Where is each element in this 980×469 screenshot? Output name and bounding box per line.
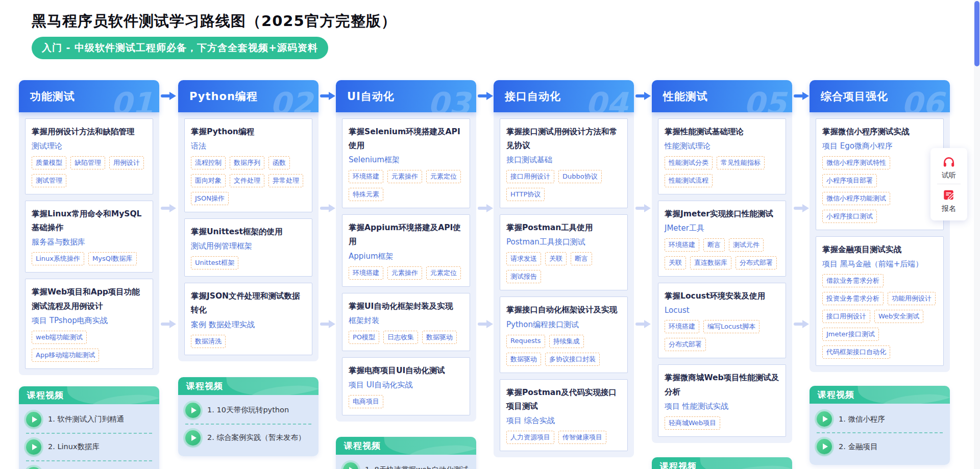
- skill-tag: 传智健康项目: [558, 431, 606, 444]
- headphones-icon: [942, 155, 955, 168]
- flow-arrow-icon: [635, 92, 652, 100]
- video-item[interactable]: 3. MySQL数据库深入浅出: [26, 460, 152, 469]
- flow-arrow-light-icon: [635, 204, 652, 212]
- card-subtitle: 性能测试理论: [665, 141, 779, 151]
- scrollbar-thumb[interactable]: [974, 1, 979, 66]
- skill-tag: 环境搭建: [349, 170, 383, 183]
- video-item[interactable]: 2. 金融项目: [817, 432, 943, 460]
- flow-arrow-light-icon: [161, 320, 177, 328]
- skill-tag: 数据清洗: [191, 335, 226, 348]
- skill-tag: 分布式部署: [665, 338, 706, 351]
- skill-tag: 数据驱动: [422, 331, 457, 344]
- skill-tag: App移动端功能测试: [32, 349, 99, 362]
- skill-tag: 微信小程序功能测试: [822, 192, 890, 205]
- roadmap-card: 掌握Locust环境安装及使用Locust环境搭建编写Locust脚本分布式部署: [658, 283, 786, 358]
- skill-tag: 测试管理: [32, 174, 66, 187]
- skill-tag: 代码框架接口自动化: [822, 345, 890, 359]
- video-item[interactable]: 1. 10天带你玩转python: [185, 397, 311, 424]
- skill-tag: 元素定位: [426, 266, 461, 280]
- page-title: 黑马程序员软件测试学习路线图（2025官方完整版）: [32, 11, 397, 32]
- column-number: 03: [428, 86, 471, 112]
- flow-arrow-light-icon: [161, 204, 177, 212]
- roadmap-page: 黑马程序员软件测试学习路线图（2025官方完整版） 入门 - 中级软件测试工程师…: [0, 0, 980, 469]
- flow-arrow-light-icon: [478, 204, 494, 212]
- card-subtitle: Appium框架: [349, 252, 463, 261]
- skill-tag: 借款业务需求分析: [822, 274, 884, 287]
- column-number: 02: [270, 86, 313, 112]
- skill-tag: Requests: [506, 335, 545, 348]
- skill-tag: 接口用例设计: [822, 310, 870, 323]
- trial-listen-button[interactable]: 试听: [942, 155, 956, 180]
- float-action-panel: 试听 报名: [930, 148, 967, 220]
- skill-tag: 特殊元素: [349, 188, 383, 201]
- video-panel-title: 课程视频: [186, 380, 223, 392]
- video-list: 1. 8天快速掌握web自动化测试2. 0基础入门移动自动化Appium框架3.…: [336, 455, 476, 469]
- video-item[interactable]: 2. 综合案例实践（暂未发布）: [185, 424, 311, 451]
- card-subtitle: Selenium框架: [349, 155, 463, 165]
- card-subtitle: Postman工具接口测试: [506, 237, 621, 247]
- skill-tag: Jmeter接口测试: [822, 328, 879, 341]
- column-header: 性能测试05: [652, 80, 792, 112]
- column-header: 接口自动化04: [494, 80, 634, 112]
- signup-button[interactable]: 报名: [942, 188, 956, 213]
- skill-tag: 面向对象: [191, 174, 226, 187]
- play-icon: [343, 462, 358, 469]
- card-title: 掌握Postman及代码实现接口项目测试: [506, 386, 621, 413]
- signup-icon: [942, 188, 955, 202]
- card-tags: 微信小程序测试特性小程序项目部署微信小程序功能测试小程序接口测试: [822, 156, 937, 223]
- skill-tag: 接口用例设计: [506, 170, 554, 183]
- card-subtitle: 服务器与数据库: [32, 237, 146, 247]
- roadmap-card: 掌握接口自动化框架设计及实现Python编程接口测试Requests持续集成数据…: [500, 297, 628, 373]
- card-title: 掌握金融项目测试实战: [822, 243, 937, 257]
- card-tags: 电商项目: [349, 395, 463, 408]
- flow-arrow-icon: [794, 92, 810, 100]
- play-icon: [26, 439, 41, 455]
- column-card-list: 掌握性能测试基础理论性能测试理论性能测试分类常见性能指标性能测试流程掌握Jmet…: [652, 112, 792, 443]
- video-item[interactable]: 1. 微信小程序: [817, 406, 943, 432]
- skill-tag: 用例设计: [109, 156, 144, 169]
- flow-arrow-light-icon: [794, 204, 810, 212]
- video-panel-header: 课程视频: [178, 377, 318, 395]
- card-title: 掌握Python编程: [191, 125, 306, 139]
- roadmap-card: 掌握性能测试基础理论性能测试理论性能测试分类常见性能指标性能测试流程: [658, 118, 786, 194]
- card-title: 掌握Selenium环境搭建及API使用: [349, 125, 463, 153]
- column-card-list: 掌握Selenium环境搭建及API使用Selenium框架环境搭建元素操作元素…: [336, 112, 476, 422]
- card-subtitle: 项目 Ego微商小程序: [822, 141, 937, 151]
- card-tags: Requests持续集成数据驱动多协议接口封装: [506, 335, 621, 366]
- skill-tag: 轻商城Web项目: [665, 416, 720, 430]
- video-item-label: 2. 综合案例实践（暂未发布）: [207, 432, 305, 443]
- card-subtitle: 框架封装: [349, 316, 463, 326]
- play-triangle-icon: [191, 435, 197, 441]
- video-item[interactable]: 1. 8天快速掌握web自动化测试: [343, 457, 469, 469]
- card-tags: Unittest框架: [191, 256, 306, 269]
- roadmap-card: 掌握JSON文件处理和测试数据转化案例 数据处理实战数据清洗: [184, 283, 312, 355]
- card-tags: 质量模型缺陷管理用例设计测试管理: [32, 156, 146, 187]
- skill-tag: 持续集成: [549, 335, 584, 348]
- video-item[interactable]: 1. 软件测试入门到精通: [26, 406, 152, 433]
- video-item[interactable]: 2. Linux数据库: [26, 433, 152, 460]
- trial-listen-label: 试听: [942, 171, 956, 180]
- skill-tag: 直连数据库: [690, 256, 731, 269]
- card-subtitle: 项目 黑马金融（前端+后端）: [822, 259, 937, 269]
- intro-badge: 入门 - 中级软件测试工程师必备，下方含全套视频+源码资料: [32, 37, 328, 59]
- flow-arrow-light-icon: [320, 320, 336, 328]
- flow-arrow-icon: [320, 92, 336, 100]
- play-triangle-icon: [349, 467, 354, 469]
- card-subtitle: 项目 UI自动化实战: [349, 380, 463, 390]
- play-triangle-icon: [32, 416, 37, 423]
- skill-tag: 多协议接口封装: [545, 353, 600, 366]
- roadmap-column: 接口自动化04掌握接口测试用例设计方法和常见协议接口测试基础接口用例设计Dubb…: [494, 80, 634, 469]
- signup-label: 报名: [942, 204, 956, 213]
- card-title: 掌握微商城Web项目性能测试及分析: [665, 371, 779, 399]
- play-icon: [817, 439, 832, 454]
- flow-arrow-icon: [478, 92, 494, 100]
- play-triangle-icon: [32, 444, 37, 450]
- video-panel-title: 课程视频: [27, 389, 64, 401]
- video-panel-title: 课程视频: [660, 460, 697, 469]
- column-number: 01: [111, 86, 154, 112]
- roadmap-card: 掌握Selenium环境搭建及API使用Selenium框架环境搭建元素操作元素…: [342, 118, 470, 208]
- skill-tag: 流程控制: [191, 156, 226, 169]
- video-panel-header: 课程视频: [336, 437, 476, 455]
- card-tags: 轻商城Web项目: [665, 416, 779, 430]
- skill-tag: 数据驱动: [506, 353, 541, 366]
